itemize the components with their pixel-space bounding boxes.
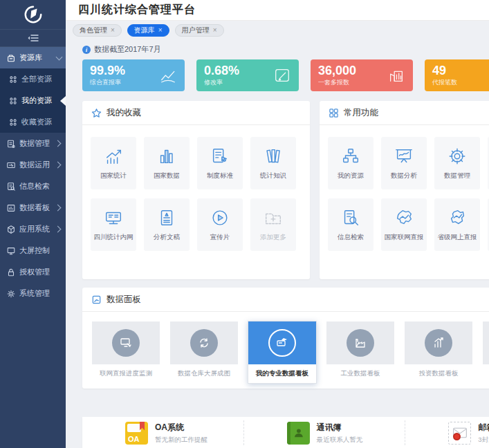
- gear-outline-icon: [447, 146, 468, 167]
- sidebar-item-label: 大屏控制: [19, 245, 62, 256]
- factory-icon: [353, 336, 367, 350]
- board-tile-accounting-board[interactable]: 核算数据看板: [482, 321, 489, 384]
- tab-role-management[interactable]: 角色管理 ×: [73, 24, 122, 37]
- board-tile-label: 我的专业数据看板: [248, 364, 316, 383]
- doc-gear-icon: [6, 139, 16, 149]
- chevron-right-icon: [55, 226, 62, 233]
- board-tile-industry-board[interactable]: 工业数据看板: [326, 321, 395, 384]
- sidebar-item-application-system[interactable]: 应用系统: [0, 218, 66, 240]
- sidebar-item-label: 数据运用: [19, 160, 52, 170]
- stat-card-report-rate[interactable]: 99.9% 综合直报率: [82, 59, 185, 91]
- sidebar-item-label: 资源库: [19, 53, 53, 63]
- shortcut-subtitle: 3封新邮件: [478, 436, 489, 445]
- sidebar-item-label: 应用系统: [19, 224, 52, 234]
- shortcut-address-book[interactable]: 通讯簿 最近联系人暂无: [243, 420, 405, 445]
- sidebar-item-label: 我的资源: [21, 95, 62, 106]
- play-circle-icon: [210, 207, 230, 228]
- board-tile-investment-board[interactable]: 投资数据看板: [404, 321, 473, 384]
- sync-arrows-icon: [197, 336, 211, 350]
- function-tile-my-resources[interactable]: 我的资源: [328, 137, 373, 189]
- favorite-tile-intranet[interactable]: 四川统计内网: [91, 198, 136, 251]
- tab-label: 角色管理: [80, 26, 107, 35]
- sidebar-item-my-resources[interactable]: 我的资源: [0, 90, 66, 111]
- stat-card-multi-report[interactable]: 36,000 一套多报数: [311, 59, 413, 91]
- sidebar-item-resource-library[interactable]: 资源库: [0, 47, 66, 68]
- app-header: 四川统计综合管理平台: [66, 0, 489, 21]
- info-icon: i: [82, 46, 91, 54]
- monitor-arrows-icon: [6, 160, 16, 170]
- panel-title: 数据面板: [107, 294, 141, 306]
- data-date-notice: i 数据截至2017年7月: [82, 44, 489, 55]
- function-tile-info-search[interactable]: 信息检索: [328, 198, 373, 251]
- panels-row: 我的收藏 国家统计 国家数据: [82, 101, 489, 279]
- content-area: i 数据截至2017年7月 99.9% 综合直报率 0.68%: [66, 39, 489, 448]
- stat-card-proxy-report[interactable]: 49 代报笔数: [425, 59, 489, 91]
- monitor-icon: [103, 207, 124, 228]
- close-icon[interactable]: ×: [111, 26, 115, 34]
- chevron-right-icon: [55, 205, 62, 212]
- function-tile-provincial-report[interactable]: 省级网上直报: [434, 198, 480, 251]
- big-screen-icon: [6, 246, 16, 256]
- function-tile-national-report[interactable]: 国家联网直报: [381, 198, 427, 251]
- sidebar: 资源库 全部资源 我的资源: [0, 0, 66, 448]
- growth-chart-icon: [432, 336, 445, 350]
- board-tile-warehouse-screen[interactable]: 数据仓库大屏成图: [169, 321, 239, 384]
- favorite-tile-knowledge[interactable]: 统计知识: [250, 137, 296, 189]
- shortcut-subtitle: 暂无新的工作提醒: [155, 436, 207, 445]
- tab-label: 用户管理: [182, 26, 210, 35]
- sidebar-item-favorite-resources[interactable]: 收藏资源: [0, 111, 66, 133]
- dashboard-icon: [6, 203, 16, 213]
- tile-label: 数据分析: [391, 171, 417, 180]
- close-icon[interactable]: ×: [158, 26, 163, 34]
- tab-user-management[interactable]: 用户管理 ×: [175, 24, 224, 37]
- building-chart-icon: [387, 66, 405, 84]
- shortcut-oa-system[interactable]: OA OA系统 暂无新的工作提醒: [82, 420, 243, 445]
- sidebar-item-data-management[interactable]: 数据管理: [0, 133, 66, 154]
- sidebar-item-data-dashboard[interactable]: 数据看板: [0, 197, 66, 218]
- sidebar-item-data-usage[interactable]: 数据运用: [0, 154, 66, 176]
- shortcut-title: 邮箱: [478, 422, 489, 433]
- favorite-tile-analysis-docs[interactable]: 分析文稿: [144, 198, 190, 251]
- sidebar-item-info-search[interactable]: 信息检索: [0, 176, 66, 197]
- common-functions-header: 常用功能: [320, 101, 489, 125]
- sidebar-item-all-resources[interactable]: 全部资源: [0, 68, 66, 90]
- monitor-edit-icon: [119, 336, 133, 350]
- favorite-tile-standards[interactable]: 制度标准: [197, 137, 243, 189]
- panel-title: 常用功能: [344, 107, 378, 119]
- grid-dots-icon: [8, 96, 18, 106]
- tile-label: 国家联网直报: [385, 233, 424, 242]
- favorite-tile-national-stats[interactable]: 国家统计: [91, 137, 136, 189]
- favorite-tile-add-more[interactable]: 添加更多: [250, 198, 296, 251]
- favorite-tile-promo-video[interactable]: 宣传片: [197, 198, 243, 251]
- tile-label: 分析文稿: [154, 233, 180, 242]
- gear-icon: [6, 289, 16, 299]
- person-icon: [292, 427, 304, 439]
- tab-resource-library[interactable]: 资源库 ×: [127, 24, 169, 37]
- board-tile-label: 工业数据看板: [326, 364, 394, 383]
- chevron-right-icon: [55, 162, 62, 169]
- function-tile-data-analysis[interactable]: 数据分析: [381, 137, 427, 189]
- app-logo[interactable]: [0, 0, 66, 29]
- stat-label: 一套多报数: [318, 80, 356, 86]
- sidebar-item-label: 信息检索: [19, 181, 62, 192]
- function-tile-data-management[interactable]: 数据管理: [434, 137, 480, 189]
- stat-label: 修改率: [204, 80, 239, 86]
- grid-icon: [329, 108, 339, 118]
- close-icon[interactable]: ×: [213, 26, 217, 34]
- data-panel: 数据面板 联网直报进度监测: [82, 288, 489, 389]
- collapse-menu-button[interactable]: [0, 29, 66, 47]
- presentation-chart-icon: [394, 146, 414, 167]
- board-tile-my-professional-board[interactable]: 我的专业数据看板: [248, 321, 317, 384]
- sidebar-item-authorization[interactable]: 授权管理: [0, 261, 66, 283]
- folder-plus-icon: [263, 207, 284, 228]
- sidebar-item-system-management[interactable]: 系统管理: [0, 283, 66, 304]
- grid-dots-icon: [8, 118, 18, 127]
- favorite-tile-national-data[interactable]: 国家数据: [144, 137, 190, 189]
- doc-search-icon: [6, 182, 16, 192]
- sidebar-menu: 资源库 全部资源 我的资源: [0, 47, 66, 448]
- stat-card-modify-rate[interactable]: 0.68% 修改率: [196, 59, 299, 91]
- sidebar-item-big-screen-control[interactable]: 大屏控制: [0, 240, 66, 261]
- board-tile-report-progress[interactable]: 联网直报进度监测: [91, 321, 160, 384]
- oa-book-icon: OA: [125, 422, 148, 445]
- shortcut-mailbox[interactable]: 邮箱 3封新邮件: [405, 420, 489, 445]
